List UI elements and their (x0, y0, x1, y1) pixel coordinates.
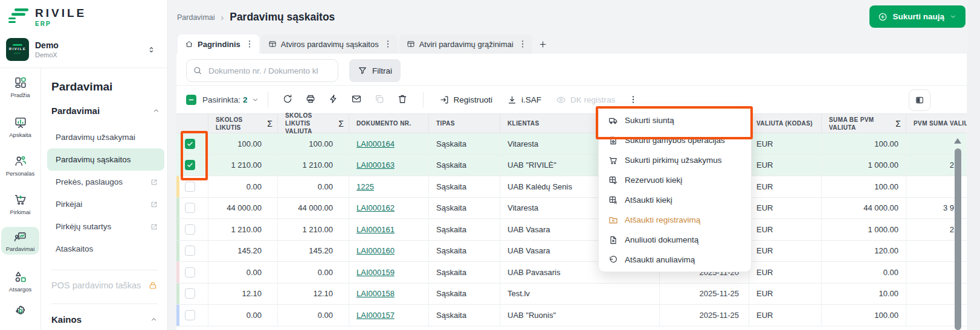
invoice-link[interactable]: LAI000164 (356, 139, 395, 148)
folder-x-icon (608, 215, 618, 225)
print-icon[interactable] (305, 94, 317, 106)
row-checkbox[interactable] (185, 139, 195, 149)
brand-logo: RIVILE ERP (8, 7, 86, 27)
search-input[interactable] (207, 66, 332, 76)
invoice-link[interactable]: LAI000158 (356, 289, 395, 298)
rail-item-pradzia[interactable]: Pradžia (0, 76, 40, 98)
column-header-skolos_val[interactable]: SKOLOS LIKUTIS VALIUTAΣ (278, 114, 349, 133)
table-row[interactable]: 1 210.001 210.00LAI000161SąskaitaUAB Vas… (176, 219, 967, 241)
tab-atviri-grazinimai[interactable]: Atviri pardavimų grąžinimai (399, 34, 532, 54)
invoice-link[interactable]: LAI000163 (356, 160, 395, 170)
split-view-button[interactable] (909, 89, 930, 111)
email-icon[interactable] (351, 94, 363, 106)
tab-kebab-icon[interactable] (518, 39, 527, 49)
row-checkbox[interactable] (185, 288, 195, 299)
quick-action-icon[interactable] (328, 94, 340, 106)
tab-kebab-icon[interactable] (383, 39, 393, 49)
workspace-code: DemoX (35, 51, 141, 59)
menu-item-folder-x[interactable]: Atšaukti registravimą (599, 210, 751, 230)
sidebar-item-pirkėjų-sutartys[interactable]: Pirkėjų sutartys (47, 215, 164, 238)
breadcrumb-root[interactable]: Pardavimai (177, 13, 215, 22)
table-row[interactable]: 0.000.001225SąskaitaUAB Kalėdų SenisEUR1… (176, 176, 967, 198)
rail-item-pardavimai[interactable]: Pardavimai (0, 227, 40, 255)
invoice-link[interactable]: LAI000159 (356, 268, 395, 277)
sidebar-section-kainos[interactable]: Kainos (51, 314, 158, 325)
sidebar-item-pardavimų-užsakymai[interactable]: Pardavimų užsakymai (47, 126, 164, 148)
row-status-strip (176, 219, 179, 240)
invoice-link[interactable]: LAI000160 (356, 246, 395, 255)
workspace-updown-icon[interactable] (147, 45, 156, 54)
sum-icon[interactable]: Σ (895, 119, 901, 129)
sidebar-section-pardavimai[interactable]: Pardavimai (51, 106, 160, 116)
rail-item-apskaita[interactable]: Apskaita (0, 116, 40, 138)
menu-item-doc-gear[interactable]: Sukurti gamybos operacijas (599, 130, 751, 150)
invoice-link[interactable]: LAI000161 (356, 225, 395, 234)
table-row[interactable]: 1 210.001 210.00LAI000163SąskaitaUAB "RI… (176, 155, 967, 177)
sidebar-item-pardavimų-sąskaitos[interactable]: Pardavimų sąskaitos (47, 148, 164, 171)
tab-atviros-saskaitos[interactable]: Atviros pardavimų sąskaitos (261, 34, 398, 54)
row-checkbox[interactable] (185, 224, 195, 235)
menu-item-doc-x[interactable]: Anuliuoti dokumentą (599, 230, 751, 250)
rail-item-pirkimai[interactable]: Pirkimai (0, 193, 40, 215)
sum-icon[interactable]: Σ (338, 119, 344, 129)
row-checkbox[interactable] (185, 246, 195, 256)
sidebar-item-ataskaitos[interactable]: Ataskaitos (47, 238, 164, 260)
row-checkbox[interactable] (185, 182, 195, 192)
menu-item-cart2[interactable]: Sukurti pirkimų užsakymus (599, 150, 751, 170)
app-root: RIVILE ERP RIVILE ERP Demo DemoX Pradžia… (0, 0, 980, 330)
sidebar-item-prekės-paslaugos[interactable]: Prekės, paslaugos (47, 171, 164, 193)
select-all-checkbox[interactable] (186, 95, 196, 105)
selection-chevron-icon[interactable] (251, 96, 259, 104)
sum-icon[interactable]: Σ (267, 119, 272, 129)
table-row[interactable]: 0.000.00LAI000159SąskaitaUAB Pavasaris20… (176, 262, 967, 284)
table-row[interactable]: 12.1012.10LAI000158SąskaitaTest.lv2025-1… (176, 284, 967, 305)
menu-item-grid-x[interactable]: Atšaukti kiekį (599, 190, 751, 210)
menu-item-undo[interactable]: Atšaukti anuliavimą (599, 250, 751, 270)
column-header-skolos[interactable]: SKOLOS LIKUTISΣ (208, 114, 278, 133)
column-header-dok[interactable]: DOKUMENTO NR. (349, 114, 429, 133)
menu-item-truck[interactable]: Sukurti siuntą (599, 110, 751, 130)
tab-pagrindinis[interactable]: Pagrindinis (178, 34, 259, 54)
external-link-icon (150, 223, 158, 231)
cell-skolos: 100.00 (208, 133, 278, 154)
row-checkbox[interactable] (185, 203, 195, 213)
column-header-tipas[interactable]: TIPAS (429, 114, 500, 133)
invoice-link[interactable]: LAI000157 (356, 311, 395, 320)
workspace-switcher[interactable]: RIVILE ERP Demo DemoX (6, 35, 161, 64)
cell-klientas: UAB "Ruonis" (500, 305, 660, 326)
column-header-pvm[interactable]: PVM SUMA VALIUTA (906, 114, 967, 133)
row-checkbox[interactable] (185, 310, 195, 320)
row-checkbox[interactable] (185, 160, 195, 170)
table-row[interactable]: 145.20145.20LAI000160SąskaitaUAB VasaraE… (176, 241, 967, 262)
refresh-icon[interactable] (282, 94, 294, 106)
menu-item-grid-check[interactable]: Rezervuoti kiekį (599, 170, 751, 190)
filter-button[interactable]: Filtrai (349, 59, 401, 82)
column-header-suma[interactable]: SUMA BE PVM VALIUTAΣ (822, 114, 906, 133)
cell-valiuta: EUR (749, 262, 822, 283)
rail-item-settings[interactable] (0, 305, 40, 318)
create-new-button[interactable]: Sukurti naują (869, 5, 965, 28)
table-row[interactable]: 44 000.0044 000.00LAI000162SąskaitaVitar… (176, 198, 967, 220)
isaf-button[interactable]: i.SAF (507, 95, 541, 105)
rail-item-atsargos[interactable]: Atsargos (0, 270, 40, 293)
sidebar-item-pirkėjai[interactable]: Pirkėjai (47, 193, 164, 215)
delete-icon[interactable] (397, 94, 409, 106)
scroll-up-arrow[interactable] (954, 138, 961, 144)
cell-suma: 100.00 (822, 305, 906, 326)
table-row[interactable]: 100.00100.00LAI000164SąskaitaVitarestaEU… (176, 133, 967, 155)
row-checkbox[interactable] (185, 267, 195, 278)
invoice-link[interactable]: LAI000162 (356, 203, 395, 212)
table-body: 100.00100.00LAI000164SąskaitaVitarestaEU… (176, 133, 967, 326)
cell-valiuta: EUR (749, 284, 822, 305)
more-actions-kebab-icon[interactable] (628, 95, 638, 104)
table-row[interactable]: 0.000.00LAI000157SąskaitaUAB "Ruonis"202… (176, 305, 967, 326)
invoice-link[interactable]: 1225 (356, 182, 374, 191)
register-button[interactable]: Registruoti (439, 95, 493, 105)
sidebar-item-pos[interactable]: POS pardavimo taškas (51, 281, 158, 290)
tab-kebab-icon[interactable] (245, 39, 254, 49)
undo-icon (608, 255, 618, 265)
column-header-valiuta[interactable]: VALIUTA (KODAS) (749, 114, 822, 133)
rail-item-personalas[interactable]: Personalas (0, 154, 40, 177)
add-tab-button[interactable] (534, 34, 552, 54)
vertical-scrollbar[interactable] (955, 148, 961, 330)
